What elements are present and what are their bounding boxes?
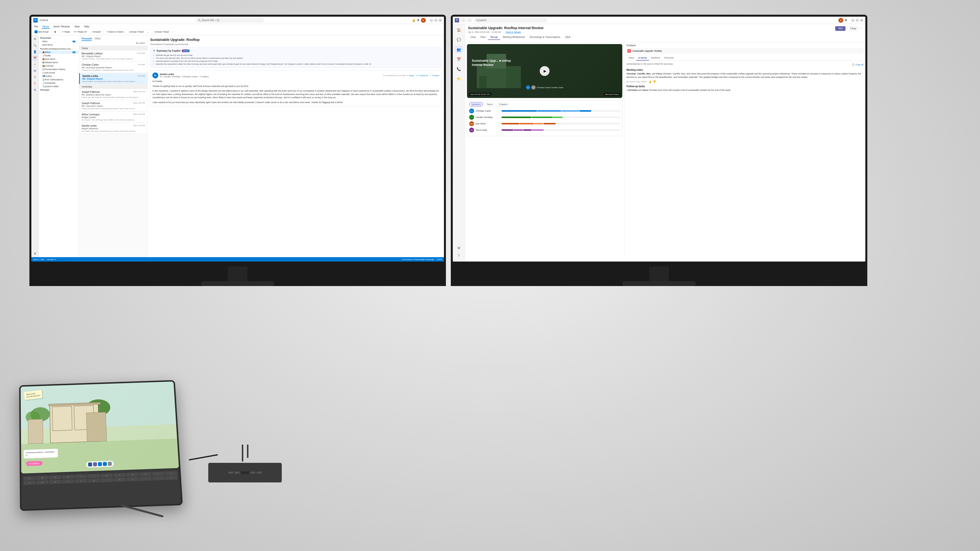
dock-icon-settings[interactable] [108,462,112,466]
key-h[interactable]: H [88,478,100,483]
thread-reply-all-link[interactable]: ↩↩ Reply All [416,75,428,77]
user-avatar[interactable]: C [421,18,426,23]
tab-other[interactable]: Other [95,37,101,41]
key-o[interactable]: O [126,472,139,477]
folder-search[interactable]: 🔍 Search Folder [39,85,79,88]
teams-nav-chat[interactable]: 💬 [455,36,463,44]
folder-sent-favorite[interactable]: Sent Items [39,43,79,46]
key-quote[interactable]: ' [152,476,165,481]
join-meeting-button[interactable]: Join [835,26,845,31]
meeting-more-button[interactable]: ··· [860,26,862,31]
folder-scheduled[interactable]: 🕐 Scheduled [39,81,79,85]
speaker-tab-speakers[interactable]: Speakers [469,102,483,106]
sort-label[interactable]: By Date [136,42,144,44]
teams-nav-calendar[interactable]: 📅 [455,56,463,63]
rail-search-icon[interactable]: 🔍 [32,43,38,48]
teams-search-box[interactable]: 🔍 Search [474,18,547,23]
key-t[interactable]: T [75,474,87,479]
thumbs-down-icon[interactable]: 👎 [653,80,656,83]
key-i[interactable]: I [113,473,126,477]
key-q[interactable]: Q [23,476,36,481]
rail-onenote-icon[interactable]: N [32,87,38,92]
folder-drafts[interactable]: 📝 Drafts [39,54,79,57]
email-item-5[interactable]: Arthur Levesque Wed 3:03 PM Budget updat… [79,112,148,123]
share-to-teams-button[interactable]: T Share to Teams [105,30,125,33]
key-l[interactable]: L [126,477,139,481]
copy-all-button[interactable]: 📋 Copy all [852,64,863,66]
folder-rss[interactable]: 📡 RSS Subscriptions [39,78,79,81]
groups-header[interactable]: ▾ Groups [39,88,79,92]
notes-tab-notes[interactable]: Notes [627,56,636,60]
back-button[interactable]: ‹ [461,18,466,22]
close-meeting-button[interactable]: Close [848,26,859,31]
teams-nav-apps[interactable]: ⊞ [455,244,463,252]
menu-view[interactable]: View [74,25,81,29]
account-header[interactable]: ▾ camille.tremblay@contoso.com [39,47,79,51]
reply-all-button[interactable]: ↩↩ Reply All [72,30,88,33]
teams-close-button[interactable]: ✕ [860,19,863,22]
menu-file[interactable]: File [33,25,39,29]
more-options-button[interactable]: ... [146,30,150,33]
outlook-close-button[interactable]: ✕ [439,19,442,22]
key-r[interactable]: R [62,475,75,479]
key-brace-open[interactable]: [ [152,472,164,476]
email-item-1[interactable]: Christian Carter 9:45 AM RE: Incoming Qu… [79,62,148,73]
open-in-stream-button[interactable]: Open in Stream [506,31,521,33]
rail-tasks-icon[interactable]: ✓ [32,62,38,67]
meeting-tab-qa[interactable]: Q&A [563,35,573,40]
forward-button[interactable]: → Forward [89,30,102,33]
key-y[interactable]: Y [88,474,100,478]
rail-mail-icon[interactable]: ✉ [32,36,38,41]
outlook-settings-icon[interactable]: ⚙ [417,19,420,22]
notification-icon[interactable]: 🔔 [412,19,415,22]
next-phase-button[interactable]: Next phase [26,461,42,466]
key-k[interactable]: K [114,477,126,482]
meeting-tab-recap[interactable]: Recap [488,35,500,40]
folder-conversation-history[interactable]: 💬 Conversation History [39,68,79,71]
outlook-search-box[interactable]: 🔍 Search (Alt + Q) [196,18,264,23]
rail-powerpoint-icon[interactable]: P [32,81,38,86]
menu-help[interactable]: Help [83,25,90,29]
folder-sent[interactable]: 📤 Sent Items [39,57,79,61]
key-a[interactable]: A [23,481,36,485]
outlook-maximize-button[interactable]: □ [434,19,438,22]
key-s[interactable]: S [36,480,49,484]
rail-excel-icon[interactable]: X [32,75,38,80]
key-j[interactable]: J [101,478,113,482]
overflow-menu-button[interactable]: ··· [171,30,175,33]
forward-button[interactable]: › [467,18,472,22]
email-item-4[interactable]: Joseph Pathrose Wed 3:55 PM RE: Last yea… [79,100,148,111]
folder-archive[interactable]: 📦 Archived [39,64,79,68]
unread-read-button[interactable]: Unread / Read [128,30,145,33]
email-item-2[interactable]: Samita Lenka 9:10 AM RE: Original Report… [79,73,148,84]
meeting-tab-recordings[interactable]: Recordings & Transcriptions [527,35,563,40]
teams-maximize-button[interactable]: □ [856,19,859,22]
teams-nav-files[interactable]: 📁 [455,75,463,83]
tab-focused[interactable]: Focused [81,37,92,41]
folder-inbox-main[interactable]: 📥 Inbox 2 [39,51,79,54]
dock-icon-outlook[interactable] [103,462,107,466]
video-play-button[interactable]: ▶ [540,66,549,76]
teams-user-avatar[interactable]: C [838,18,843,23]
dock-icon-word[interactable] [88,462,92,467]
folder-outbox[interactable]: 📬 Outbox [39,75,79,78]
notes-tab-transcript[interactable]: Transcript [662,56,676,60]
notes-file-item[interactable]: ▶ Sustainable Upgrade: Rooftop [627,48,863,54]
key-semicolon[interactable]: ; [139,476,152,481]
email-item-6[interactable]: Samita Lenka Wed 1:49 PM Report referenc… [79,123,148,134]
thread-forward-link[interactable]: → Forward [430,75,439,77]
teams-settings-icon[interactable]: ⚙ [845,19,847,22]
unread-read-button-2[interactable]: Unread / Read [153,30,170,33]
key-g[interactable]: G [75,479,88,483]
menu-send-receive[interactable]: Send / Receive [52,25,71,29]
meeting-tab-files[interactable]: Files [478,35,488,40]
notes-tab-mentions[interactable]: Mentions [649,56,662,60]
teams-nav-home[interactable]: 🏠 [455,26,463,34]
meeting-tab-chat[interactable]: Chat [468,35,478,40]
key-u[interactable]: U [100,473,113,478]
folder-deleted[interactable]: 🗑 Deleted Items [39,61,79,64]
thread-reply-link[interactable]: ↩ Reply [407,75,414,77]
folder-junk[interactable]: ⚠ Junk Email [39,71,79,75]
key-f[interactable]: F [62,479,75,484]
teams-minimize-button[interactable]: — [851,19,854,22]
